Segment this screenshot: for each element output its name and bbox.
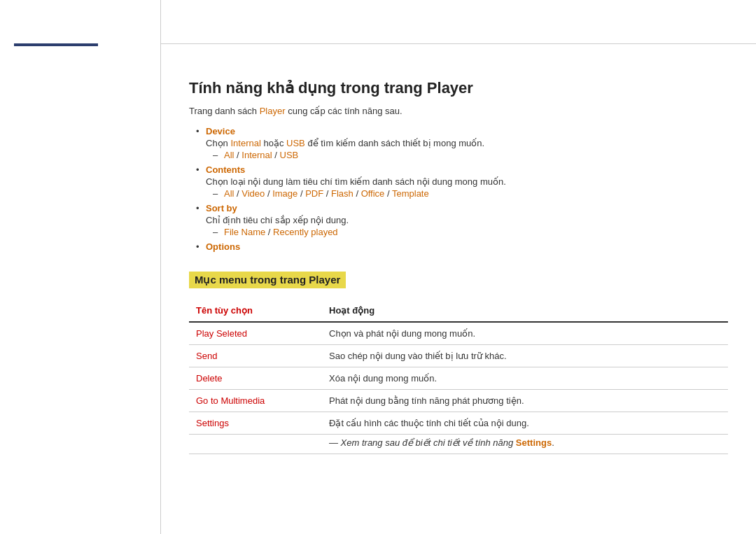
sortby-sub-list: File Name / Recently played — [213, 227, 728, 237]
list-item-contents: Contents Chọn loại nội dung làm tiêu chí… — [196, 164, 728, 199]
usb-link: USB — [286, 138, 305, 148]
row-gotomultimedia-name: Go to Multimedia — [189, 390, 322, 412]
table-row: Go to Multimedia Phát nội dung bằng tính… — [189, 390, 728, 412]
table-row: Settings Đặt cấu hình các thuộc tính chi… — [189, 412, 728, 435]
list-item-options: Options — [196, 241, 728, 252]
row-delete-name: Delete — [189, 367, 322, 390]
sortby-label: Sort by — [206, 203, 237, 213]
table-note-row: ― Xem trang sau để biết chi tiết về tính… — [189, 435, 728, 454]
intro-orange: Player — [260, 106, 286, 116]
row-send-name: Send — [189, 345, 322, 367]
page-title: Tính năng khả dụng trong trang Player — [189, 79, 728, 97]
contents-label: Contents — [206, 164, 245, 175]
col-action-header: Hoạt động — [322, 301, 728, 322]
intro-text: Trang danh sách Player cung cấp các tính… — [189, 106, 728, 116]
sortby-sub-item: File Name / Recently played — [213, 227, 728, 237]
left-sidebar — [0, 0, 161, 534]
contents-sub-list: All / Video / Image / PDF / Flash / Offi… — [213, 188, 728, 199]
contents-sub-item: All / Video / Image / PDF / Flash / Offi… — [213, 188, 728, 199]
list-item-device: Device Chọn Internal hoặc USB để tìm kiế… — [196, 126, 728, 160]
table-header-row: Tên tùy chọn Hoạt động — [189, 301, 728, 322]
note-settings-link: Settings — [516, 437, 552, 448]
menu-table: Tên tùy chọn Hoạt động Play Seleted Chọn… — [189, 301, 728, 454]
sidebar-accent — [14, 43, 98, 46]
note-empty-cell — [189, 435, 322, 454]
row-settings-action: Đặt cấu hình các thuộc tính chi tiết của… — [322, 412, 728, 435]
page-container: Tính năng khả dụng trong trang Player Tr… — [0, 0, 756, 534]
table-row: Delete Xóa nội dung mong muốn. — [189, 367, 728, 390]
col-name-header: Tên tùy chọn — [189, 301, 322, 322]
options-label: Options — [206, 241, 240, 252]
main-content: Tính năng khả dụng trong trang Player Tr… — [161, 43, 756, 534]
row-play-selected-name: Play Seleted — [189, 322, 322, 345]
section2-heading: Mục menu trong trang Player — [189, 272, 346, 288]
device-label: Device — [206, 126, 235, 136]
contents-desc: Chọn loại nội dung làm tiêu chí tìm kiếm… — [206, 176, 728, 187]
internal-link: Internal — [230, 138, 260, 148]
row-settings-name: Settings — [189, 412, 322, 435]
table-row: Play Seleted Chọn và phát nội dung mong … — [189, 322, 728, 345]
features-list: Device Chọn Internal hoặc USB để tìm kiế… — [196, 126, 728, 252]
list-item-sortby: Sort by Chỉ định tiêu chí sắp xếp nội du… — [196, 203, 728, 237]
device-sub-list: All / Internal / USB — [213, 150, 728, 160]
row-play-selected-action: Chọn và phát nội dung mong muốn. — [322, 322, 728, 345]
device-desc: Chọn Internal hoặc USB để tìm kiếm danh … — [206, 138, 728, 148]
device-sub-item: All / Internal / USB — [213, 150, 728, 160]
row-delete-action: Xóa nội dung mong muốn. — [322, 367, 728, 390]
note-prefix: ― Xem trang sau để biết chi tiết về tính… — [329, 437, 516, 448]
note-text-cell: ― Xem trang sau để biết chi tiết về tính… — [322, 435, 728, 454]
sortby-desc: Chỉ định tiêu chí sắp xếp nội dung. — [206, 215, 728, 225]
row-send-action: Sao chép nội dung vào thiết bị lưu trữ k… — [322, 345, 728, 367]
note-suffix: . — [552, 437, 554, 448]
row-gotomultimedia-action: Phát nội dung bằng tính năng phát phương… — [322, 390, 728, 412]
table-row: Send Sao chép nội dung vào thiết bị lưu … — [189, 345, 728, 367]
